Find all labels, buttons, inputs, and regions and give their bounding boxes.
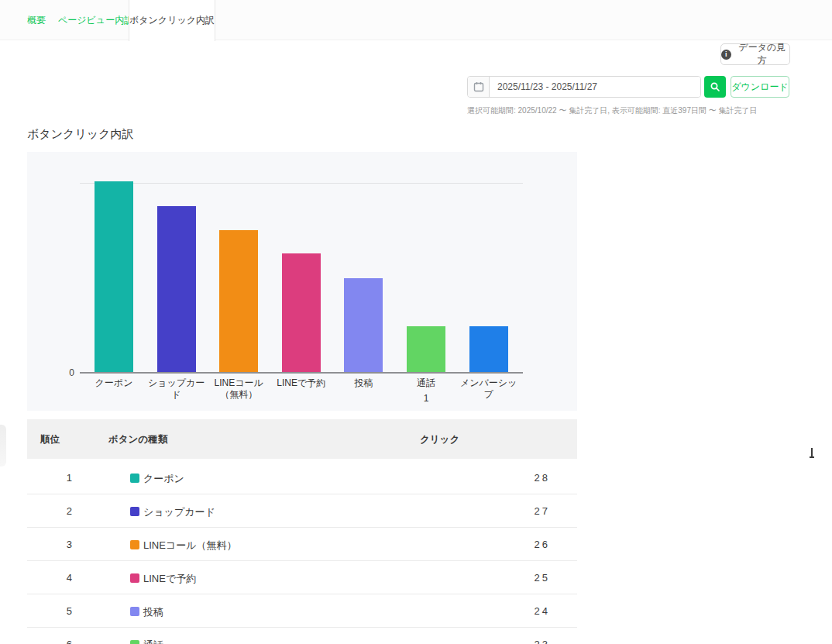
calendar-button[interactable] bbox=[468, 77, 490, 97]
chart-gridline bbox=[80, 183, 523, 184]
rank-cell: 2 bbox=[50, 505, 72, 517]
tab-overview[interactable]: 概要 bbox=[27, 0, 46, 40]
rank-cell: 3 bbox=[50, 539, 72, 550]
chart-bar[interactable] bbox=[219, 230, 258, 372]
tab-bar: 概要 ページビュー内訳 ボタンクリック内訳 bbox=[0, 0, 832, 40]
table-row: 4LINEで予約25 bbox=[27, 561, 577, 594]
tab-buttonclick-breakdown[interactable]: ボタンクリック内訳 bbox=[129, 0, 215, 41]
header-rank: 順位 bbox=[40, 433, 60, 446]
table-body: 1クーポン282ショップカード273LINEコール（無料）264LINEで予約2… bbox=[27, 461, 577, 644]
legend-swatch bbox=[130, 540, 139, 549]
clicks-cell: 23 bbox=[535, 639, 550, 644]
tab-pageview-breakdown[interactable]: ページビュー内訳 bbox=[58, 0, 133, 40]
data-guide-button[interactable]: i データの見方 bbox=[720, 43, 790, 65]
y-axis-zero-label: 0 bbox=[50, 367, 74, 378]
download-button[interactable]: ダウンロード bbox=[731, 76, 789, 98]
clicks-cell: 28 bbox=[535, 472, 550, 484]
chart-bar[interactable] bbox=[469, 326, 508, 372]
legend-swatch bbox=[130, 573, 139, 583]
header-clicks: クリック bbox=[420, 433, 459, 446]
date-range-control bbox=[467, 76, 701, 98]
button-type-cell: 通話 bbox=[143, 639, 163, 644]
magnifier-icon bbox=[710, 81, 720, 92]
button-type-cell: LINEで予約 bbox=[143, 572, 196, 586]
chart-bar[interactable] bbox=[344, 278, 383, 372]
table-row: 6通話23 bbox=[27, 628, 577, 644]
chart-bar[interactable] bbox=[407, 326, 445, 372]
left-edge-artifact bbox=[0, 425, 6, 467]
legend-swatch bbox=[130, 607, 139, 616]
search-button[interactable] bbox=[704, 76, 726, 98]
info-circle-icon: i bbox=[721, 50, 731, 60]
rank-cell: 5 bbox=[50, 605, 72, 617]
button-type-cell: 投稿 bbox=[143, 605, 163, 619]
chart-bar[interactable] bbox=[282, 253, 321, 372]
table-row: 1クーポン28 bbox=[27, 461, 577, 494]
data-guide-label: データの見方 bbox=[735, 41, 789, 67]
chart-bar[interactable] bbox=[157, 206, 196, 372]
clicks-cell: 25 bbox=[535, 572, 550, 584]
clicks-cell: 24 bbox=[535, 605, 550, 617]
header-button-type: ボタンの種類 bbox=[108, 433, 167, 446]
rank-cell: 6 bbox=[50, 639, 72, 644]
button-type-cell: LINEコール（無料） bbox=[143, 539, 237, 553]
x-axis-line bbox=[80, 372, 523, 374]
table-header: 順位 ボタンの種類 クリック bbox=[27, 419, 577, 459]
calendar-icon bbox=[473, 81, 484, 92]
date-range-input[interactable] bbox=[490, 77, 700, 97]
button-type-cell: クーポン bbox=[143, 472, 184, 486]
legend-swatch bbox=[130, 640, 139, 644]
rank-cell: 1 bbox=[50, 472, 72, 484]
table-row: 2ショップカード27 bbox=[27, 494, 577, 528]
chart-bar[interactable] bbox=[95, 181, 133, 372]
button-type-cell: ショップカード bbox=[143, 505, 215, 519]
x-axis-label: メンバーシップ bbox=[442, 377, 535, 401]
mouse-cursor-artifact bbox=[811, 448, 813, 458]
legend-swatch bbox=[130, 507, 139, 516]
button-click-chart: 0 クーポンショップカードLINEコール（無料）LINEで予約投稿通話1メンバー… bbox=[27, 152, 577, 411]
clicks-cell: 26 bbox=[535, 539, 550, 550]
page-title: ボタンクリック内訳 bbox=[27, 127, 133, 142]
selectable-period-note: 選択可能期間: 2025/10/22 〜 集計完了日, 表示可能期間: 直近39… bbox=[467, 105, 758, 116]
analytics-page: 概要 ページビュー内訳 ボタンクリック内訳 i データの見方 ダウンロード 選択… bbox=[0, 0, 832, 644]
rank-cell: 4 bbox=[50, 572, 72, 584]
table-row: 3LINEコール（無料）26 bbox=[27, 528, 577, 561]
legend-swatch bbox=[130, 474, 139, 483]
clicks-cell: 27 bbox=[535, 505, 550, 517]
table-row: 5投稿24 bbox=[27, 594, 577, 628]
